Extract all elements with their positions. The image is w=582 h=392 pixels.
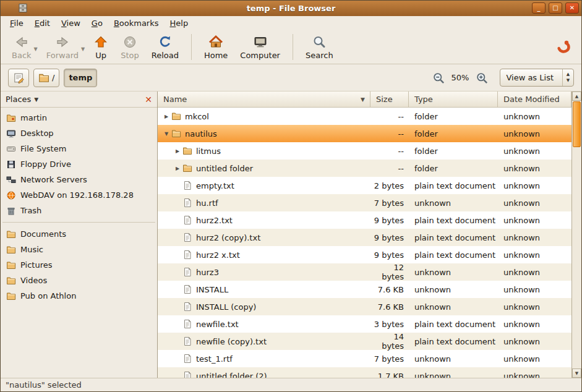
chevron-down-icon[interactable]: ▼: [34, 96, 38, 103]
view-as-combo[interactable]: View as List ▲▼: [500, 69, 574, 87]
column-header-size[interactable]: Size: [370, 92, 409, 108]
toolbar-search-button[interactable]: Search: [299, 33, 340, 62]
toolbar-forward-button[interactable]: Forward: [40, 33, 85, 62]
menu-help[interactable]: Help: [165, 17, 194, 30]
file-row[interactable]: ▶litmus--folderunknown: [158, 142, 571, 160]
file-row[interactable]: newfile.txt3 bytesplain text documentunk…: [158, 315, 571, 333]
menu-view[interactable]: View: [56, 17, 86, 30]
file-row[interactable]: ▶untitled folder--folderunknown: [158, 160, 571, 177]
back-history-dropdown[interactable]: ▼: [34, 32, 38, 62]
sidebar-item-floppy-drive[interactable]: Floppy Drive: [1, 156, 157, 172]
file-row[interactable]: ▼nautilus--folderunknown: [158, 125, 571, 142]
places-selector[interactable]: Places: [6, 95, 31, 104]
toolbar-computer-button[interactable]: Computer: [234, 33, 286, 62]
cell-type: unknown: [409, 354, 498, 364]
scroll-down-button[interactable]: ▼: [572, 369, 581, 378]
file-row[interactable]: INSTALL7.6 KBunknownunknown: [158, 281, 571, 298]
path-root-label: /: [52, 73, 54, 82]
sidebar-item-music[interactable]: Music: [1, 242, 157, 257]
sidebar-separator: [2, 222, 155, 223]
menu-bookmarks[interactable]: Bookmarks: [108, 17, 165, 30]
scroll-up-button[interactable]: ▲: [572, 92, 581, 101]
menu-file[interactable]: File: [4, 17, 29, 30]
maximize-button[interactable]: □: [549, 2, 562, 14]
computer-icon: [253, 35, 268, 49]
toolbar-back-button[interactable]: Back: [6, 33, 38, 62]
file-row[interactable]: hu.rtf7 bytesunknownunknown: [158, 194, 571, 211]
toolbar-home-button[interactable]: Home: [198, 33, 234, 62]
cell-date-modified: unknown: [498, 354, 571, 364]
cell-name: ▼nautilus: [158, 129, 370, 138]
text-file-icon: [182, 371, 192, 378]
cell-type: plain text document: [409, 320, 498, 329]
stop-icon: [122, 35, 137, 49]
location-bar: / temp 50% View as List ▲▼: [1, 64, 581, 92]
minimize-button[interactable]: _: [532, 2, 546, 14]
folder-icon: [6, 291, 16, 301]
file-row[interactable]: ▶mkcol--folderunknown: [158, 108, 571, 125]
path-button-current[interactable]: temp: [64, 69, 97, 87]
sidebar-item-label: WebDAV on 192.168.178.28: [20, 190, 134, 200]
close-sidebar-button[interactable]: ✕: [145, 95, 152, 104]
cell-date-modified: unknown: [498, 147, 571, 156]
cell-type: unknown: [409, 285, 498, 294]
cell-date-modified: unknown: [498, 320, 571, 329]
sidebar-item-file-system[interactable]: File System: [1, 141, 157, 156]
status-bar: "nautilus" selected: [1, 378, 581, 391]
close-button[interactable]: ✕: [565, 2, 579, 14]
toolbar-button-label: Home: [204, 51, 228, 60]
file-row[interactable]: test_1.rtf7 bytesunknownunknown: [158, 350, 571, 367]
expander-collapsed-icon[interactable]: ▶: [173, 148, 182, 154]
column-header-type[interactable]: Type: [409, 92, 498, 108]
expander-collapsed-icon[interactable]: ▶: [173, 166, 182, 171]
menu-go[interactable]: Go: [86, 17, 108, 30]
cell-size: --: [370, 147, 409, 156]
expander-collapsed-icon[interactable]: ▶: [161, 114, 171, 119]
file-row[interactable]: hurz312 bytesunknownunknown: [158, 263, 571, 281]
file-name: untitled folder (2): [196, 372, 267, 378]
toolbar-stop-button[interactable]: Stop: [114, 33, 145, 62]
folder-icon: [171, 129, 181, 138]
column-header-name[interactable]: Name ▼: [158, 92, 370, 108]
file-row[interactable]: untitled folder (2)1.7 KBunknownunknown: [158, 367, 571, 378]
path-button-root[interactable]: /: [33, 69, 59, 87]
cell-name: hurz2.txt: [158, 215, 370, 225]
sidebar-item-webdav-on-192-168-178-28[interactable]: WebDAV on 192.168.178.28: [1, 187, 157, 203]
home-icon: [208, 35, 223, 49]
file-name: litmus: [196, 147, 221, 156]
text-file-icon: [182, 232, 192, 242]
toolbar-reload-button[interactable]: Reload: [145, 33, 185, 62]
toggle-location-entry-button[interactable]: [8, 69, 29, 87]
cell-size: 7 bytes: [370, 198, 409, 208]
file-row[interactable]: newfile (copy).txt14 bytesplain text doc…: [158, 333, 571, 350]
sidebar-item-desktop[interactable]: Desktop: [1, 126, 157, 141]
zoom-out-button[interactable]: [432, 72, 445, 84]
sidebar-item-martin[interactable]: martin: [1, 110, 157, 126]
sidebar-item-documents[interactable]: Documents: [1, 226, 157, 242]
zoom-in-button[interactable]: [476, 72, 488, 84]
forward-history-dropdown[interactable]: ▼: [81, 32, 85, 62]
sidebar-item-network-servers[interactable]: Network Servers: [1, 172, 157, 187]
column-header-date-modified[interactable]: Date Modified: [498, 92, 571, 108]
toolbar-up-button[interactable]: Up: [87, 33, 114, 62]
file-row[interactable]: empty.txt2 bytesplain text documentunkno…: [158, 177, 571, 194]
scrollbar-thumb[interactable]: [573, 101, 581, 147]
cell-type: plain text document: [409, 181, 498, 190]
file-name: hurz2 (copy).txt: [196, 233, 260, 242]
file-row[interactable]: hurz2 (copy).txt9 bytesplain text docume…: [158, 229, 571, 246]
sidebar-item-trash[interactable]: Trash: [1, 203, 157, 218]
cell-date-modified: unknown: [498, 198, 571, 208]
sidebar-item-pub-on-athlon[interactable]: Pub on Athlon: [1, 288, 157, 304]
expander-expanded-icon[interactable]: ▼: [161, 131, 171, 137]
sidebar-item-videos[interactable]: Videos: [1, 273, 157, 288]
file-row[interactable]: hurz2 x.txt9 bytesplain text documentunk…: [158, 246, 571, 263]
file-row[interactable]: hurz2.txt9 bytesplain text documentunkno…: [158, 211, 571, 229]
file-row[interactable]: INSTALL (copy)7.6 KBunknownunknown: [158, 298, 571, 315]
folder-icon: [182, 146, 192, 156]
menu-edit[interactable]: Edit: [29, 17, 56, 30]
text-file-icon: [182, 336, 192, 346]
edit-note-icon: [13, 72, 24, 83]
sidebar-item-pictures[interactable]: Pictures: [1, 257, 157, 273]
vertical-scrollbar[interactable]: ▲ ▼: [571, 92, 581, 378]
cell-date-modified: unknown: [498, 285, 571, 294]
